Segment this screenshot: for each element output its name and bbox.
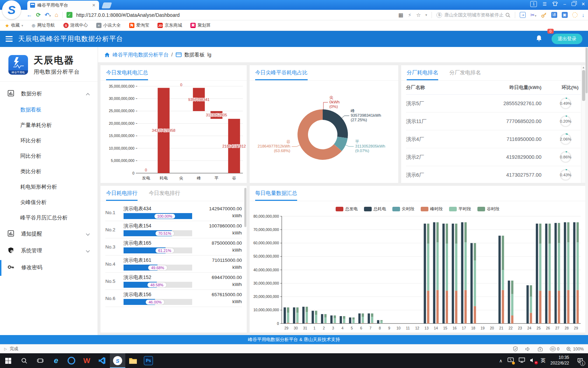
scrollbar-thumb[interactable]	[582, 70, 585, 101]
extensions-dots-icon[interactable]	[572, 12, 578, 18]
translate-icon[interactable]: 译	[551, 12, 557, 18]
tray-clock[interactable]: 10:35 2022/6/22	[551, 355, 569, 366]
clipboard-collect-icon[interactable]: ▣	[562, 12, 568, 18]
browser-menu-icon[interactable]: ☰	[542, 2, 547, 6]
bookmark-item[interactable]: S游戏中心	[63, 22, 88, 28]
sidebar-group-3[interactable]: 修改密码	[0, 259, 98, 276]
taskbar-app-photoshop[interactable]: Ps	[141, 353, 156, 368]
sidebar-group-0[interactable]: 数据分析	[0, 85, 98, 102]
ad-filter-indicator[interactable]: AD 0	[550, 347, 559, 352]
magnifier-icon[interactable]	[505, 13, 510, 18]
table-row[interactable]: 演示5厂28555292761.000.49%	[406, 95, 581, 113]
ranking-row[interactable]: No.1演示电表434100.00%1429470000.00kWh	[105, 204, 242, 221]
tab-today-consumption-ranking[interactable]: 今日耗电排行	[106, 190, 138, 201]
legend-item[interactable]: 总发电	[336, 206, 358, 212]
breadcrumb-home-icon[interactable]	[104, 52, 110, 57]
sidebar-group-1[interactable]: 通知提醒	[0, 225, 98, 242]
url-input[interactable]: http://127.0.0.1:8080/#/DataAnalyse/Dash…	[76, 12, 395, 18]
breadcrumb-root-link[interactable]: 峰谷平用电数据分析平台	[113, 52, 169, 58]
task-view-icon[interactable]	[32, 353, 48, 368]
bookmark-item[interactable]: ★收藏▾	[5, 22, 23, 28]
tab-factory-consumption-ranking[interactable]: 分厂耗电排名	[407, 69, 438, 80]
table-row[interactable]: 演示4厂7116950000.002.06%	[406, 130, 581, 148]
legend-item[interactable]: 总耗电	[364, 206, 386, 212]
qr-code-icon[interactable]: ▦	[398, 12, 403, 18]
sidebar-item-同比分析[interactable]: 同比分析	[0, 148, 98, 164]
legend-item[interactable]: 峰时段	[421, 206, 443, 212]
sidebar-item-产量单耗分析[interactable]: 产量单耗分析	[0, 117, 98, 133]
legend-item[interactable]: 尖时段	[392, 206, 414, 212]
sidebar-item-类比分析[interactable]: 类比分析	[0, 164, 98, 179]
favorite-star-icon[interactable]: ☆	[416, 12, 421, 18]
page-scrollbar[interactable]	[585, 47, 588, 335]
tray-ime-indicator[interactable]: 英	[541, 357, 546, 364]
legend-item[interactable]: 平时段	[449, 206, 471, 212]
table-row[interactable]: 演示2厂4192829000.000.86%	[406, 148, 581, 166]
bookmark-item[interactable]: ⊕网址导航	[31, 22, 55, 28]
tray-expand-icon[interactable]: ∧	[499, 358, 503, 363]
taskbar-app-vscode[interactable]	[94, 353, 110, 368]
minimize-button[interactable]: –	[564, 2, 566, 6]
start-button[interactable]	[0, 353, 16, 368]
quick-search-box[interactable]: S 唐山全国文明城市资格被停止	[436, 12, 510, 18]
skin-shirt-icon[interactable]	[552, 1, 558, 7]
taskbar-app-browser360[interactable]	[64, 353, 79, 368]
sidebar-toggle-icon[interactable]	[6, 36, 13, 42]
undo-icon[interactable]: ↶▾	[44, 12, 51, 18]
close-window-button[interactable]: ✕	[581, 2, 585, 6]
password-key-icon[interactable]	[541, 12, 547, 18]
toolbox-icon[interactable]	[538, 347, 543, 352]
taskbar-search-icon[interactable]	[16, 353, 32, 368]
logout-button[interactable]: 退出登录	[552, 34, 582, 44]
notification-bell-icon[interactable]	[536, 35, 542, 43]
site-security-shield-icon[interactable]: ✓	[66, 12, 72, 18]
sidebar-item-环比分析[interactable]: 环比分析	[0, 133, 98, 148]
tab-count-indicator[interactable]: 1	[530, 1, 537, 7]
sidebar-item-数据看板[interactable]: 数据看板	[0, 102, 98, 117]
browser-tab[interactable]: 峰谷平用电平台 ✕	[27, 1, 99, 10]
scrollbar-thumb[interactable]	[244, 188, 246, 227]
new-tab-button[interactable]	[102, 2, 112, 8]
sidebar-item-峰平谷月历汇总分析[interactable]: 峰平谷月历汇总分析	[0, 210, 98, 225]
screenshot-scissors-icon[interactable]: ✂▾	[530, 12, 536, 18]
ranking-row[interactable]: No.5演示电表15248.58%694470000.00kWh	[105, 273, 242, 290]
sidebar-group-2[interactable]: 系统管理	[0, 242, 98, 259]
action-center-icon[interactable]: 1	[574, 353, 586, 368]
taskbar-app-sogou-browser[interactable]: S	[110, 353, 125, 368]
tray-volume-muted-icon[interactable]: ✕	[530, 358, 536, 364]
taskbar-app-file-explorer[interactable]	[125, 353, 141, 368]
search-hot-text[interactable]: 唐山全国文明城市资格被停止	[444, 12, 503, 18]
bookmark-item[interactable]: 淘爱淘宝	[129, 22, 149, 28]
home-icon[interactable]: ⌂	[55, 12, 58, 18]
tab-close-icon[interactable]: ✕	[91, 3, 96, 8]
ranking-row[interactable]: No.2演示电表15470.51%1007860000.00kWh	[105, 221, 242, 238]
ranking-row[interactable]: No.3演示电表16561.21%875000000.00kWh	[105, 238, 242, 255]
tab-factory-generation-ranking[interactable]: 分厂发电排名	[449, 69, 481, 80]
ranking-row[interactable]: No.6演示电表15646.00%657615000.00kWh	[105, 290, 242, 307]
phone-sync-icon[interactable]: ⇥	[520, 12, 526, 18]
table-row[interactable]: 演示11厂7770685020.000.20%	[406, 113, 581, 130]
tray-sync-icon[interactable]	[507, 357, 514, 364]
speed-lightning-icon[interactable]: ⚡	[408, 12, 412, 18]
zoom-level-control[interactable]: 100%	[566, 347, 584, 352]
sogou-browser-logo-icon[interactable]: S	[2, 0, 21, 19]
bookmark-item[interactable]: JD京东商城	[158, 22, 182, 28]
sidebar-item-尖峰值分析[interactable]: 尖峰值分析	[0, 195, 98, 210]
table-row[interactable]: 演示6厂4173027577.000.43%	[406, 166, 581, 183]
taskbar-app-ie[interactable]: e	[48, 353, 64, 368]
tab-today-generation-ranking[interactable]: 今日发电排行	[149, 190, 180, 201]
tray-network-icon[interactable]	[519, 357, 525, 364]
bookmark-item[interactable]: ≡小说大全	[96, 22, 121, 28]
taskbar-app-wps[interactable]: W	[79, 353, 94, 368]
bookmark-item[interactable]: 聚聚划算	[190, 22, 211, 28]
scrollbar-thumb[interactable]	[586, 48, 588, 93]
ranking-row[interactable]: No.4演示电表16149.68%710115000.00kWh	[105, 255, 242, 273]
shield-check-icon[interactable]	[513, 346, 518, 352]
restore-button[interactable]	[572, 2, 576, 6]
legend-item[interactable]: 谷时段	[477, 206, 499, 212]
refresh-icon[interactable]: ⟳	[36, 12, 41, 18]
speaker-icon[interactable]	[525, 347, 531, 352]
caret-down-icon[interactable]: ▾	[425, 13, 427, 17]
ranking-scrollbar[interactable]	[244, 187, 247, 331]
sidebar-item-耗电矩形树分析[interactable]: 耗电矩形树分析	[0, 179, 98, 195]
